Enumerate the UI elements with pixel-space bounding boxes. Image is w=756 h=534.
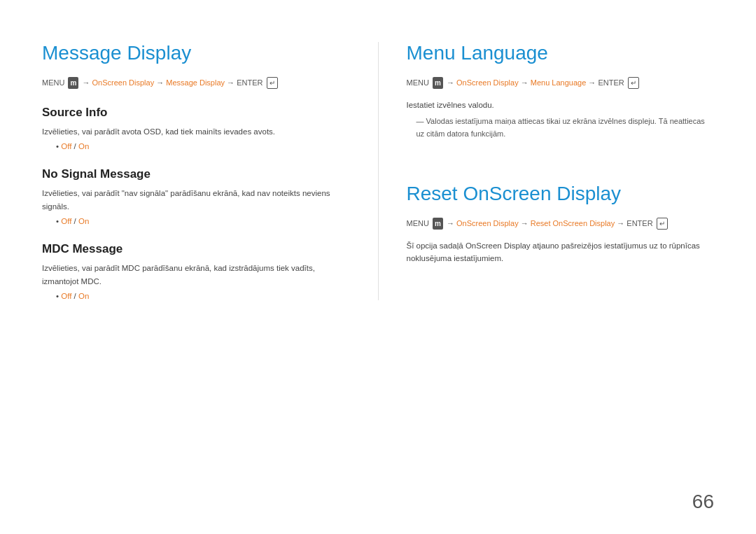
no-signal-title: No Signal Message [42,167,350,181]
onscreen-display-link2: OnScreen Display [456,78,519,87]
menu-language-link: Menu Language [531,78,587,87]
page-number: 66 [692,491,714,513]
arrow: → [82,78,92,87]
arrow-reset1: → [447,219,456,227]
enter-label-reset: ENTER [626,219,654,227]
enter-label-right: ENTER [598,78,626,87]
onscreen-display-link1: OnScreen Display [92,78,154,87]
arrow3: → [227,78,237,87]
on-label3: On [78,292,89,300]
menu-lang-note: Valodas iestatījuma maiņa attiecas tikai… [407,115,715,140]
source-info-title: Source Info [42,106,350,120]
reset-onscreen-link: Reset OnScreen Display [531,219,615,227]
on-label: On [78,142,89,150]
mdc-bullet: • Off / On [56,292,350,300]
message-display-link: Message Display [166,78,225,87]
menu-path-message-display: MENU m → OnScreen Display → Message Disp… [42,77,350,89]
reset-link: OnScreen Display [465,241,533,250]
arrow-r3: → [588,78,598,87]
menu-icon-right: m [433,77,443,89]
mdc-message-body: Izvēlieties, vai parādīt MDC parādīšanu … [42,262,350,288]
arrow-r2: → [521,78,531,87]
enter-icon-reset: ↵ [657,218,668,230]
arrow2: → [156,78,166,87]
no-signal-body: Izvēlieties, vai parādīt "nav signāla" p… [42,187,350,213]
menu-path-reset: MENU m → OnScreen Display → Reset OnScre… [407,218,715,230]
right-column: Menu Language MENU m → OnScreen Display … [378,42,715,300]
source-info-bullet: • Off / On [56,142,350,150]
arrow-r1: → [447,78,456,87]
menu-path-menu-language: MENU m → OnScreen Display → Menu Languag… [407,77,715,89]
menu-language-title: Menu Language [407,42,715,64]
off-label3: Off [61,292,71,300]
reset-body1: Šī opcija sadaļā [407,241,463,250]
enter-icon-right: ↵ [628,77,639,89]
menu-label-reset: MENU [407,219,431,227]
onscreen-display-link3: OnScreen Display [456,219,519,227]
main-title: Message Display [42,42,350,64]
menu-label-right: MENU [407,78,431,87]
mdc-message-title: MDC Message [42,242,350,256]
page-content: Message Display MENU m → OnScreen Displa… [0,0,756,328]
source-info-body: Izvēlieties, vai parādīt avota OSD, kad … [42,125,350,138]
left-column: Message Display MENU m → OnScreen Displa… [42,42,378,300]
reset-title: Reset OnScreen Display [407,183,715,205]
enter-label: ENTER [237,78,265,87]
menu-label: MENU [42,78,66,87]
on-label2: On [78,217,89,225]
arrow-reset2: → [521,219,531,227]
menu-lang-body: Iestatiet izvēlnes valodu. [407,99,715,111]
no-signal-bullet: • Off / On [56,217,350,225]
off-label2: Off [61,217,71,225]
enter-icon: ↵ [267,77,278,89]
menu-icon: m [68,77,78,89]
menu-icon-reset: m [433,218,443,230]
arrow-reset3: → [617,219,626,227]
reset-body: Šī opcija sadaļā OnScreen Display atjaun… [407,239,715,265]
off-label: Off [61,142,71,150]
